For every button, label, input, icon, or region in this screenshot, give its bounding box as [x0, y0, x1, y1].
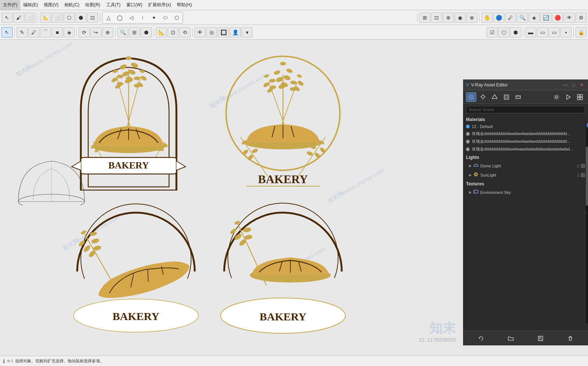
vray-dome-expand[interactable]: ▶	[469, 164, 472, 168]
vray-material-rose2[interactable]: 玫瑰金dddddddddddawdawdaadawdddddddddddddd.…	[463, 138, 588, 145]
vray-refresh-btn[interactable]	[476, 334, 486, 343]
tb1-r4[interactable]: ◉	[455, 13, 466, 23]
vray-tab-settings[interactable]	[551, 92, 562, 102]
svg-point-7	[119, 64, 128, 70]
menu-window[interactable]: 窗口(W)	[123, 0, 145, 10]
tb2-t2[interactable]: ⊡	[168, 27, 179, 38]
tb2-move[interactable]: ↪	[90, 27, 101, 38]
tb2-lay3[interactable]: ▭	[549, 27, 560, 38]
vray-close-btn[interactable]: ✕	[578, 82, 585, 88]
vray-tab-materials[interactable]	[466, 92, 476, 102]
tb2-zoomout[interactable]: ⬟	[141, 27, 152, 38]
tb1-shape6[interactable]: ⬭	[160, 13, 171, 23]
tb2-zoom[interactable]: 🔍	[117, 27, 128, 38]
vray-tab-environment[interactable]	[501, 92, 512, 102]
menu-file[interactable]: 文件(F)	[0, 0, 20, 10]
vray-light-dome[interactable]: ▶ Dome Light 1	[463, 161, 588, 170]
tb2-circle[interactable]: ◎	[206, 27, 217, 38]
tb1-shape2[interactable]: ◯	[114, 13, 125, 23]
tb2-check[interactable]: ☑	[487, 27, 498, 38]
tb1-r14[interactable]: ⚙	[576, 13, 587, 23]
tb2-select[interactable]: ↖	[1, 27, 12, 38]
tb2-box2[interactable]: 🔲	[218, 27, 229, 38]
tb1-r5[interactable]: ⊗	[466, 13, 477, 23]
tb1-line[interactable]: 📐	[40, 13, 51, 23]
tb1-r8[interactable]: 🖊	[505, 13, 516, 23]
tb2-lay1[interactable]: ▬	[525, 27, 536, 38]
tb1-shape7[interactable]: ⬡	[171, 13, 182, 23]
tb1-r9[interactable]: 🔍	[517, 13, 528, 23]
vray-tab-render[interactable]	[563, 92, 573, 102]
vray-tab-view[interactable]	[575, 92, 585, 102]
tb1-r3[interactable]: ⊕	[443, 13, 454, 23]
vray-tab-geometry[interactable]	[490, 92, 500, 102]
vray-envsky-expand[interactable]: ▶	[469, 190, 472, 194]
vray-material-rose3[interactable]: 玫瑰金dddddddddddawdwaaadadadddawdawdadadad…	[463, 145, 588, 153]
tb1-shape4[interactable]: ↑	[137, 13, 148, 23]
tb1-r13[interactable]: 👁	[564, 13, 575, 23]
tb1-box[interactable]: ⬜	[52, 13, 63, 23]
canvas-area[interactable]: 知末网www.znzmo.com 知末网www.znzmo.com 知末网www…	[0, 40, 588, 356]
tb1-paint[interactable]: 🖌	[13, 13, 24, 23]
tb1-r11[interactable]: 🔃	[540, 13, 551, 23]
vray-material-rose1[interactable]: 玫瑰金dddddddddddawdawdaadawdddddddddddddd.…	[463, 130, 588, 138]
tb1-cylinder[interactable]: ⬡	[64, 13, 75, 23]
tb2-arc[interactable]: ⌒	[40, 27, 51, 38]
tb2-lock[interactable]: 🔒	[576, 27, 587, 38]
tb2-rect[interactable]: ■	[52, 27, 63, 38]
tb2-drop[interactable]: ▾	[241, 27, 252, 38]
tb2-hex2[interactable]: ⬢	[510, 27, 521, 38]
vray-sun-expand[interactable]: ▶	[469, 173, 472, 177]
tb2-user[interactable]: 👤	[230, 27, 241, 38]
menu-camera[interactable]: 相机(C)	[61, 0, 82, 10]
menu-help[interactable]: 帮助(H)	[174, 0, 195, 10]
menu-view[interactable]: 视图(V)	[41, 0, 61, 10]
vray-save-btn[interactable]	[535, 334, 546, 343]
vray-search-input[interactable]	[466, 106, 585, 113]
vray-texture-envsky[interactable]: ▶ Environment Sky	[463, 188, 588, 197]
tb2-t3[interactable]: ⟲	[179, 27, 190, 38]
vray-delete-btn[interactable]	[565, 334, 576, 343]
tb2-eye[interactable]: 👁	[194, 27, 205, 38]
tb1-select[interactable]: ↖	[1, 13, 12, 23]
vray-light-sun[interactable]: ▶ SunLight 1	[463, 170, 588, 180]
tb2-lay4[interactable]: ▪	[560, 27, 571, 38]
tb1-erase[interactable]: ⬜	[25, 13, 36, 23]
vray-material-dot-3	[466, 140, 470, 143]
menu-edit[interactable]: 编辑(E)	[20, 0, 41, 10]
menu-draw[interactable]: 绘图(R)	[82, 0, 103, 10]
tb2-scale[interactable]: ⊕	[102, 27, 113, 38]
vray-folder-btn[interactable]	[506, 334, 516, 343]
vray-tab-textures[interactable]	[513, 92, 523, 102]
vray-material-default[interactable]: 12 - Default	[463, 123, 588, 130]
tb1-r6[interactable]: 🖐	[481, 13, 492, 23]
tb1-r1[interactable]: ⊞	[419, 13, 430, 23]
vray-dome-light-color[interactable]	[581, 164, 585, 168]
tb2-rotate[interactable]: ⟳	[79, 27, 90, 38]
vray-minimize-btn[interactable]: —	[562, 82, 569, 88]
svg-point-15	[112, 69, 118, 73]
tb1-shape1[interactable]: △	[103, 13, 114, 23]
menu-extensions[interactable]: 扩展程序(x)	[145, 0, 174, 10]
vray-sun-light-color[interactable]	[581, 173, 585, 177]
vray-scrollbar-thumb[interactable]	[586, 147, 588, 206]
tb2-zoomin[interactable]: ⊞	[129, 27, 140, 38]
tb2-shape[interactable]: ◈	[64, 27, 75, 38]
tb1-r7[interactable]: 🔵	[493, 13, 504, 23]
tb1-r10[interactable]: ◈	[528, 13, 539, 23]
vray-scroll-arrow[interactable]: ›	[584, 210, 586, 215]
vray-maximize-btn[interactable]: □	[570, 82, 577, 88]
tb1-push[interactable]: ⊡	[87, 13, 98, 23]
tb1-shape5[interactable]: ✦	[148, 13, 159, 23]
tb2-lay2[interactable]: ▭	[537, 27, 548, 38]
tb2-hex1[interactable]: ⬡	[498, 27, 509, 38]
tb1-r2[interactable]: ⊡	[431, 13, 442, 23]
tb1-shape3[interactable]: ◁	[126, 13, 137, 23]
tb1-sphere[interactable]: ⬢	[75, 13, 86, 23]
vray-tab-lights[interactable]	[478, 92, 488, 102]
tb2-pencil[interactable]: ✎	[17, 27, 28, 38]
tb2-t1[interactable]: 📐	[156, 27, 167, 38]
tb2-pen[interactable]: 🖊	[28, 27, 39, 38]
tb1-r12[interactable]: 🔴	[552, 13, 563, 23]
menu-tools[interactable]: 工具(T)	[103, 0, 123, 10]
